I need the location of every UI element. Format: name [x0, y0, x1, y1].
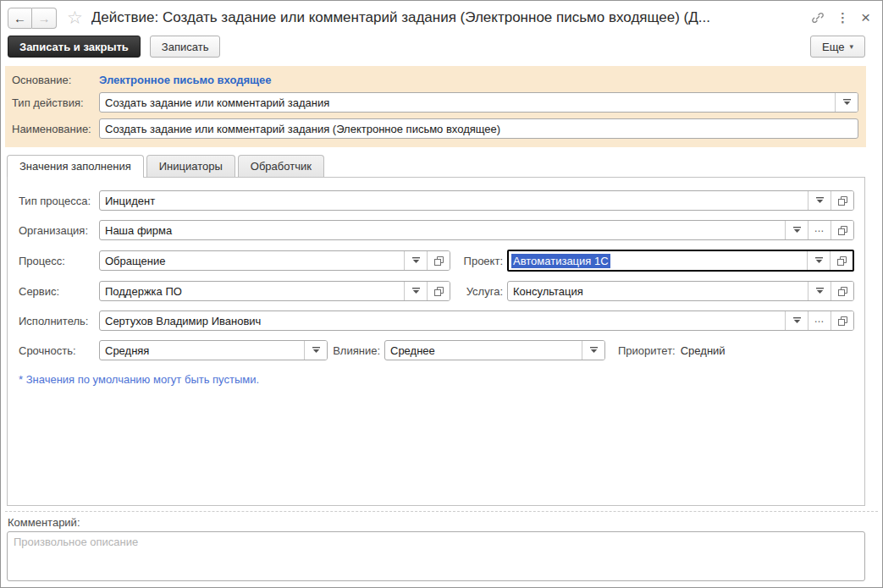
impact-label: Влияние: — [328, 344, 380, 357]
process-type-row: Тип процесса: — [19, 190, 854, 211]
favorite-star-icon[interactable]: ☆ — [67, 8, 83, 28]
project-field-focused[interactable]: Автоматизация 1С — [507, 250, 854, 272]
process-field[interactable] — [99, 250, 450, 271]
command-bar: Записать и закрыть Записать Еще ▾ — [1, 33, 882, 65]
process-type-label: Тип процесса: — [19, 195, 99, 207]
choice-icon[interactable] — [582, 341, 604, 360]
urgency-input[interactable] — [100, 341, 304, 360]
priority-value: Средний — [681, 344, 726, 357]
save-and-close-button[interactable]: Записать и закрыть — [8, 36, 141, 58]
offering-label: Услуга: — [450, 285, 503, 298]
service-input[interactable] — [100, 282, 404, 300]
choice-icon[interactable] — [785, 221, 808, 239]
process-label: Процесс: — [19, 255, 99, 267]
choice-icon[interactable] — [808, 282, 831, 300]
choice-icon[interactable] — [785, 311, 808, 330]
choice-icon[interactable] — [808, 191, 831, 210]
open-icon[interactable] — [427, 251, 450, 270]
executor-field[interactable]: … — [99, 310, 854, 331]
choice-icon[interactable] — [404, 282, 427, 300]
more-button[interactable]: Еще ▾ — [810, 36, 865, 58]
executor-label: Исполнитель: — [19, 315, 99, 327]
name-row: Наименование: — [12, 118, 858, 139]
open-icon[interactable] — [831, 282, 853, 300]
organization-field[interactable]: … — [99, 220, 854, 240]
project-label: Проект: — [450, 255, 503, 267]
base-panel: Основание: Электронное письмо входящее Т… — [5, 66, 866, 147]
reason-row: Основание: Электронное письмо входящее — [12, 74, 858, 86]
offering-field[interactable] — [507, 281, 854, 301]
choice-icon[interactable] — [304, 341, 327, 360]
name-input[interactable] — [100, 119, 858, 138]
titlebar: ← → ☆ Действие: Создать задание или комм… — [1, 1, 882, 33]
action-type-input[interactable] — [100, 93, 835, 112]
ellipsis-icon[interactable]: … — [808, 221, 831, 239]
executor-row: Исполнитель: … — [19, 310, 854, 331]
comment-textarea[interactable] — [7, 531, 865, 581]
open-icon[interactable] — [830, 251, 853, 270]
nav-group: ← → — [8, 8, 57, 29]
offering-input[interactable] — [508, 282, 808, 300]
name-label: Наименование: — [12, 123, 99, 135]
forward-button[interactable]: → — [32, 8, 57, 29]
close-icon[interactable]: × — [861, 8, 870, 27]
choice-icon[interactable] — [404, 251, 427, 270]
priority-label: Приоритет: — [618, 344, 676, 357]
more-button-label: Еще — [822, 41, 844, 53]
open-icon[interactable] — [831, 221, 853, 239]
urgency-field[interactable] — [99, 340, 328, 360]
defaults-note: * Значения по умолчанию могут быть пусты… — [19, 373, 854, 386]
fill-values-panel: Тип процесса: Организация: … Процесс: — [7, 177, 865, 506]
page-title: Действие: Создать задание или комментари… — [91, 9, 799, 26]
tab-fill-values[interactable]: Значения заполнения — [7, 155, 144, 177]
form-window: ← → ☆ Действие: Создать задание или комм… — [0, 0, 883, 588]
process-type-field[interactable] — [99, 190, 854, 211]
choice-icon[interactable] — [807, 251, 830, 270]
organization-label: Организация: — [19, 224, 99, 237]
open-icon[interactable] — [427, 282, 450, 300]
service-offering-row: Сервис: Услуга: — [19, 281, 854, 301]
kebab-menu-icon[interactable]: ⋮ — [836, 10, 849, 25]
service-field[interactable] — [99, 281, 450, 301]
organization-row: Организация: … — [19, 220, 854, 240]
service-label: Сервис: — [19, 285, 99, 298]
impact-input[interactable] — [385, 341, 582, 360]
link-icon[interactable] — [811, 11, 825, 25]
action-type-label: Тип действия: — [12, 96, 99, 109]
process-input[interactable] — [100, 251, 404, 270]
section-divider — [5, 511, 878, 512]
forward-arrow-icon: → — [38, 11, 51, 25]
project-selected-text: Автоматизация 1С — [511, 254, 610, 268]
process-project-row: Процесс: Проект: Автоматизация 1С — [19, 250, 854, 272]
tab-initiators[interactable]: Инициаторы — [146, 155, 235, 177]
name-field[interactable] — [99, 118, 858, 139]
action-type-field[interactable] — [99, 92, 858, 113]
back-button[interactable]: ← — [8, 8, 32, 29]
impact-field[interactable] — [384, 340, 605, 360]
process-type-input[interactable] — [100, 191, 808, 210]
back-arrow-icon: ← — [14, 11, 26, 25]
tab-bar: Значения заполнения Инициаторы Обработчи… — [7, 155, 882, 177]
urgency-impact-priority-row: Срочность: Влияние: Приоритет: Средний — [19, 340, 854, 360]
reason-label: Основание: — [12, 74, 99, 86]
chevron-down-icon: ▾ — [849, 42, 853, 51]
comment-label: Комментарий: — [8, 516, 882, 529]
choice-icon[interactable] — [835, 93, 858, 112]
ellipsis-icon[interactable]: … — [808, 311, 831, 330]
open-icon[interactable] — [831, 191, 853, 210]
urgency-label: Срочность: — [19, 344, 99, 357]
executor-input[interactable] — [100, 311, 785, 330]
open-icon[interactable] — [831, 311, 853, 330]
reason-link[interactable]: Электронное письмо входящее — [99, 74, 271, 86]
save-button[interactable]: Записать — [150, 36, 221, 58]
organization-input[interactable] — [100, 221, 785, 239]
tab-handler[interactable]: Обработчик — [238, 155, 324, 177]
action-type-row: Тип действия: — [12, 92, 858, 113]
